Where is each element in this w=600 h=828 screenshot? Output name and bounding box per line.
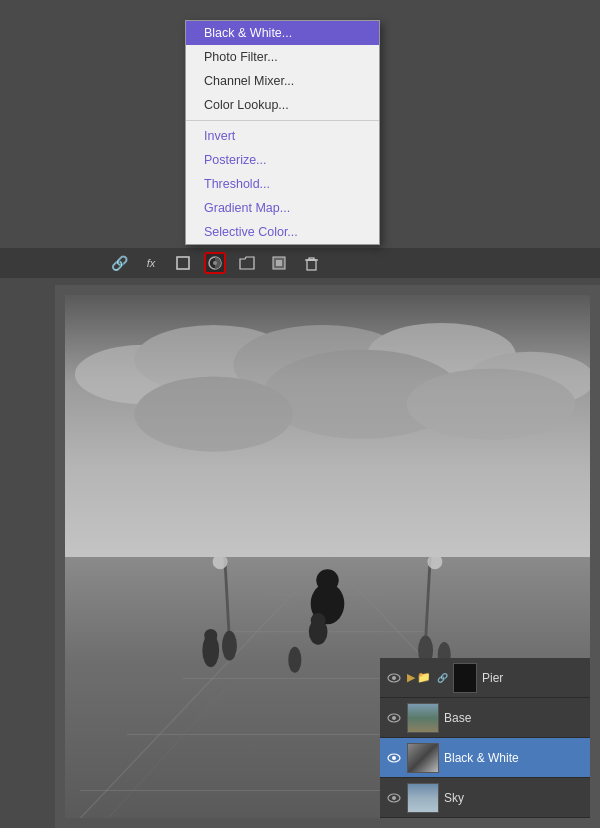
svg-point-15 [407, 368, 575, 439]
link-icon-pier: 🔗 [436, 672, 448, 684]
top-panel: Black & White... Photo Filter... Channel… [0, 0, 600, 285]
svg-rect-5 [307, 260, 316, 270]
svg-point-14 [134, 376, 292, 451]
layer-row-bw[interactable]: Black & White [380, 738, 590, 778]
link-icon[interactable]: 🔗 [108, 252, 130, 274]
eye-icon-pier[interactable] [386, 670, 402, 686]
adjustment-square-icon[interactable] [172, 252, 194, 274]
fx-icon[interactable]: fx [140, 252, 162, 274]
base-layer-name: Base [444, 711, 584, 725]
menu-item-invert[interactable]: Invert [186, 124, 379, 148]
svg-line-25 [225, 557, 230, 641]
svg-point-44 [392, 756, 396, 760]
svg-line-18 [108, 575, 327, 818]
sky-layer [65, 295, 590, 583]
menu-divider-1 [186, 120, 379, 121]
menu-item-color-lookup[interactable]: Color Lookup... [186, 93, 379, 117]
group-folder-icon: 📁 [417, 671, 431, 684]
svg-point-42 [392, 716, 396, 720]
pier-mask-thumb [453, 663, 477, 693]
canvas: ▶ 📁 🔗 Pier Base [65, 295, 590, 818]
dropdown-menu[interactable]: Black & White... Photo Filter... Channel… [185, 20, 380, 245]
sky-layer-name: Sky [444, 791, 584, 805]
layer-row-base[interactable]: Base [380, 698, 590, 738]
layer-row-sky[interactable]: Sky [380, 778, 590, 818]
eye-icon-base[interactable] [386, 710, 402, 726]
folder-icon[interactable] [236, 252, 258, 274]
main-image-area: ▶ 📁 🔗 Pier Base [55, 285, 600, 828]
mask-icon[interactable] [268, 252, 290, 274]
layer-row-pier[interactable]: ▶ 📁 🔗 Pier [380, 658, 590, 698]
base-thumb [407, 703, 439, 733]
svg-point-38 [288, 646, 301, 672]
bw-thumb [407, 743, 439, 773]
svg-point-2 [213, 261, 217, 265]
svg-point-40 [392, 676, 396, 680]
svg-point-46 [392, 796, 396, 800]
pier-layer-name: Pier [482, 671, 584, 685]
sky-thumb [407, 783, 439, 813]
bw-layer-name: Black & White [444, 751, 584, 765]
svg-rect-0 [177, 257, 189, 269]
menu-item-threshold[interactable]: Threshold... [186, 172, 379, 196]
menu-item-selective-color[interactable]: Selective Color... [186, 220, 379, 244]
layer-toolbar: 🔗 fx [0, 248, 600, 278]
group-arrow-icon: ▶ [407, 671, 415, 684]
svg-point-30 [316, 569, 338, 591]
menu-item-gradient-map[interactable]: Gradient Map... [186, 196, 379, 220]
svg-point-35 [222, 630, 237, 660]
svg-line-27 [426, 557, 431, 641]
new-adjustment-icon[interactable] [204, 252, 226, 274]
menu-item-channel-mixer[interactable]: Channel Mixer... [186, 69, 379, 93]
trash-icon[interactable] [300, 252, 322, 274]
svg-rect-4 [276, 260, 282, 266]
menu-item-bw[interactable]: Black & White... [186, 21, 379, 45]
svg-line-16 [80, 557, 327, 819]
menu-item-photo-filter[interactable]: Photo Filter... [186, 45, 379, 69]
svg-rect-7 [309, 258, 314, 260]
menu-item-posterize[interactable]: Posterize... [186, 148, 379, 172]
eye-icon-bw[interactable] [386, 750, 402, 766]
eye-icon-sky[interactable] [386, 790, 402, 806]
svg-point-32 [311, 613, 326, 628]
layers-panel: ▶ 📁 🔗 Pier Base [380, 658, 590, 818]
svg-point-34 [204, 628, 217, 641]
